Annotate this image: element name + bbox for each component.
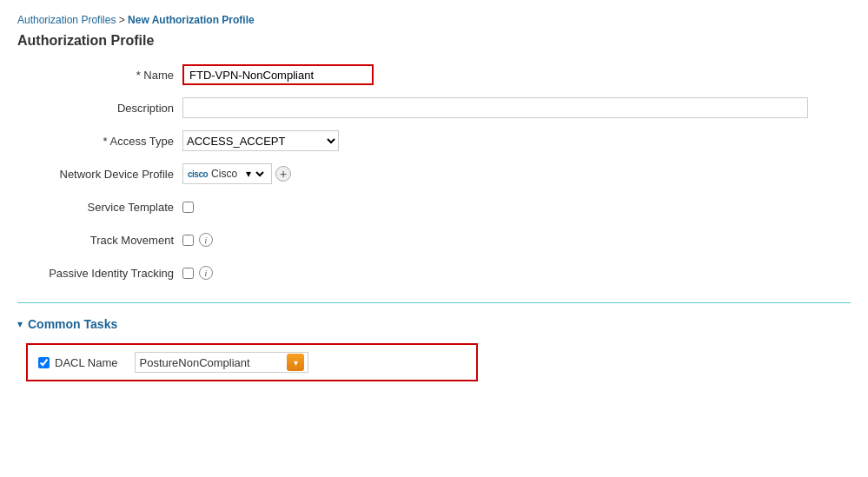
passive-identity-checkbox[interactable] [182, 268, 194, 279]
section-divider [17, 302, 851, 303]
name-row: * Name [26, 63, 851, 87]
breadcrumb: Authorization Profiles > New Authorizati… [17, 14, 851, 26]
dacl-select-wrapper[interactable]: PostureNonCompliant ▾ [135, 352, 308, 373]
dacl-label-group: DACL Name [38, 356, 117, 369]
cisco-badge: cisco Cisco ▾ [182, 163, 272, 184]
breadcrumb-separator: > [119, 14, 128, 26]
common-tasks-header: ▾ Common Tasks [17, 317, 851, 331]
dacl-checkbox[interactable] [38, 357, 50, 368]
description-row: Description [26, 96, 851, 120]
network-device-label: Network Device Profile [26, 168, 182, 181]
breadcrumb-current: New Authorization Profile [128, 14, 255, 26]
service-template-label: Service Template [26, 201, 182, 214]
passive-identity-row: Passive Identity Tracking i [26, 261, 851, 285]
track-movement-control: i [182, 233, 213, 247]
passive-identity-control: i [182, 266, 213, 280]
common-tasks-title: Common Tasks [28, 317, 117, 331]
track-movement-info-icon[interactable]: i [199, 233, 213, 247]
service-template-control [182, 202, 194, 213]
dacl-select-text: PostureNonCompliant [139, 356, 287, 369]
name-label: * Name [26, 69, 182, 82]
dacl-label: DACL Name [55, 356, 117, 369]
access-type-label: * Access Type [26, 135, 182, 148]
page-title: Authorization Profile [17, 33, 851, 49]
track-movement-row: Track Movement i [26, 228, 851, 252]
network-device-select[interactable]: ▾ [241, 167, 267, 181]
dacl-row: DACL Name PostureNonCompliant ▾ [26, 343, 478, 381]
track-movement-label: Track Movement [26, 234, 182, 247]
network-device-control: cisco Cisco ▾ + [182, 163, 291, 184]
passive-identity-info-icon[interactable]: i [199, 266, 213, 280]
access-type-row: * Access Type ACCESS_ACCEPT ACCESS_REJEC… [26, 129, 851, 153]
passive-identity-label: Passive Identity Tracking [26, 267, 182, 280]
description-input[interactable] [182, 97, 808, 118]
service-template-row: Service Template [26, 195, 851, 219]
cisco-logo-icon: cisco [188, 169, 208, 179]
service-template-checkbox[interactable] [182, 202, 194, 213]
track-movement-checkbox[interactable] [182, 235, 194, 246]
collapse-icon[interactable]: ▾ [17, 318, 23, 330]
cisco-text: Cisco [211, 168, 237, 180]
name-input[interactable] [182, 64, 374, 85]
add-network-device-icon[interactable]: + [275, 166, 291, 182]
description-label: Description [26, 102, 182, 115]
access-type-select[interactable]: ACCESS_ACCEPT ACCESS_REJECT CONTINUE [182, 130, 339, 151]
dacl-dropdown-icon[interactable]: ▾ [287, 354, 304, 371]
breadcrumb-link[interactable]: Authorization Profiles [17, 14, 116, 26]
network-device-row: Network Device Profile cisco Cisco ▾ + [26, 162, 851, 186]
